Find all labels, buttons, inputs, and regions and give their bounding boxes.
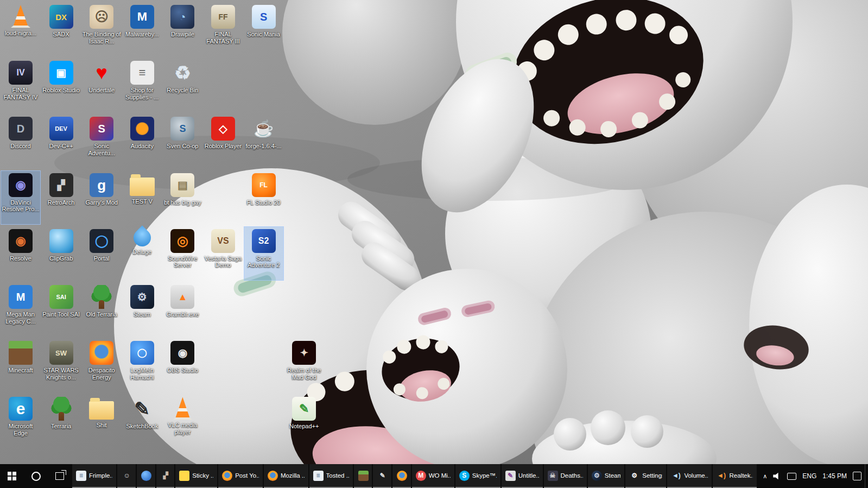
desktop-icon-portal[interactable]: ◯ Portal [81,226,122,281]
app-icon: ✎ [292,397,316,421]
taskbar-app-untitled-paint[interactable]: ✎ Untitle... [502,464,543,488]
desktop-icon-sonic-adventure-dx[interactable]: S Sonic Adventu... [81,114,122,168]
desktop-icon-clipgrab[interactable]: ClipGrab [41,226,81,281]
desktop-icon-mega-man-legacy[interactable]: M Mega Man Legacy C... [1,282,41,337]
desktop-icon-dev-cpp[interactable]: DEV Dev-C++ [41,114,81,168]
taskbar-apps: ≡ Frimple... ☺ ▞ Sticky ... Post Yo... M… [72,464,757,488]
app-icon [173,397,192,420]
desktop-icon-binding-of-isaac[interactable]: ☹ The Binding of Isaac R... [81,2,122,56]
desktop-icon-garrys-mod[interactable]: g Garry's Mod [81,170,122,225]
search-button[interactable] [24,464,48,488]
taskbar-app-settings[interactable]: ⚙ Settings [625,464,666,488]
desktop-icon-forge-164[interactable]: ☕ forge-1.6.4-... [244,114,284,168]
taskbar-app-pixel-dog-app[interactable]: ▞ [156,464,175,488]
app-icon: ▲ [170,285,194,309]
desktop-icon-sketchbook[interactable]: ✎ SketchBook [122,394,162,448]
icon-label: Despacito Energy [82,367,121,381]
desktop-icon-malwarebytes[interactable]: M Malwareby... [122,2,162,56]
taskbar-app-pencil-app[interactable]: ✎ [373,464,391,488]
desktop-icon-retroarch[interactable]: ▞ RetroArch [41,170,81,225]
icon-label: Deluge [132,249,151,256]
taskbar-app-volume-mixer[interactable]: ◄) Volume... [667,464,711,488]
desktop-icon-audacity[interactable]: Audacity [122,114,162,168]
taskbar-app-firefox-mozilla[interactable]: Mozilla ... [264,464,308,488]
desktop-icon-roblox-studio[interactable]: ▣ Roblox Studio [41,58,81,112]
desktop-icon-vlc-media-player[interactable]: VLC media player [162,394,202,448]
icon-label: Undertale [88,87,115,94]
action-center-button[interactable] [853,472,861,480]
desktop-icon-resolve[interactable]: ◉ Resolve [1,226,41,281]
taskbar-app-minecraft-task[interactable] [354,464,372,488]
desktop-icon-vlc-loud-nigra[interactable]: loud-nigra... [1,2,41,56]
desktop-icon-shit-folder[interactable]: Shit [81,394,122,448]
taskbar-app-firefox-post[interactable]: Post Yo... [218,464,263,488]
icon-label: Shop for Supplies - ... [123,87,162,100]
taskbar-app-icon: ≡ [76,471,86,481]
show-desktop-button[interactable] [865,464,868,488]
desktop-icon-roblox-player[interactable]: ◇ Roblox Player [203,114,243,168]
desktop-icon-logmein-hamachi[interactable]: ◯ LogMeIn Hamachi [122,338,162,392]
desktop-icon-final-fantasy-iii[interactable]: FF FINAL FANTASY III [203,2,243,56]
desktop-icon-gramblr[interactable]: ▲ Gramblr.exe [162,282,202,337]
taskbar-app-deaths[interactable]: ☠ Deaths... [544,464,587,488]
icon-label: Paint Tool SAI [42,311,80,318]
desktop-icon-minecraft[interactable]: Minecraft [1,338,41,392]
desktop-icon-bt-has-big-gay[interactable]: ▤ bt has big gay [162,170,202,225]
desktop-icon-old-terraria[interactable]: Old Terraria [81,282,122,337]
taskbar-app-label: Volume... [684,472,707,479]
desktop-icon-undertale[interactable]: ♥ Undertale [81,58,122,112]
network-tray-icon[interactable] [787,473,796,480]
taskbar-app-steam-task[interactable]: ⚙ Steam [588,464,624,488]
desktop-icon-star-wars-kotor[interactable]: SW STAR WARS Knights o... [41,338,81,392]
desktop-icon-fl-studio-20[interactable]: FL FL Studio 20 [244,170,284,225]
app-icon: ▣ [49,61,73,85]
app-icon: ◇ [211,117,235,141]
taskbar-app-icon: ◄) [671,471,681,481]
taskbar-app-blue-orb-app[interactable] [137,464,155,488]
app-icon: DX [49,5,73,29]
taskbar-app-pinned-sprite[interactable]: ☺ [117,464,136,488]
desktop-icon-realm-of-the-mad-god[interactable]: ✦ Realm of the Mad God [284,338,324,392]
desktop-icon-davinci-resolve-pro[interactable]: ◉ DaVinci Resolve Pro... [1,170,41,225]
desktop-icon-paint-tool-sai[interactable]: SAI Paint Tool SAI [41,282,81,337]
task-view-button[interactable] [48,464,72,488]
desktop-icon-sven-coop[interactable]: S Sven Co-op [162,114,202,168]
hidden-icons-chevron[interactable]: ∧ [763,473,767,480]
desktop-icon-drawpile[interactable]: ◔ Drawpile [162,2,202,56]
clock[interactable]: 1:45 PM [822,472,847,480]
action-center-icon [853,472,861,480]
desktop-icon-obs-studio[interactable]: ◉ OBS Studio [162,338,202,392]
desktop-icon-deluge[interactable]: Deluge [122,226,162,281]
taskbar-app-wo-mic[interactable]: M WO Mi... [412,464,454,488]
taskbar-app-firefox-3[interactable] [392,464,411,488]
icon-label: Gramblr.exe [166,311,199,318]
taskbar-app-realtek[interactable]: ◄) Realtek... [713,464,757,488]
taskbar-app-sticky-notes[interactable]: Sticky ... [175,464,217,488]
desktop-icon-discord[interactable]: D Discord [1,114,41,168]
app-icon: ◉ [170,341,194,365]
start-button[interactable] [0,464,24,488]
volume-tray-icon[interactable] [773,472,781,480]
desktop-icon-vestaria-saga-demo[interactable]: VS Vestaria Saga Demo [203,226,243,281]
taskbar-app-tosted[interactable]: ≡ Tosted ... [309,464,353,488]
language-indicator[interactable]: ENG [802,472,816,480]
desktop-icon-notepad-plus-plus[interactable]: ✎ Notepad++ [284,394,324,448]
desktop-icon-test-v-folder[interactable]: TEST V [122,170,162,225]
desktop-icon-soundwire-server[interactable]: ◎ SoundWire Server [162,226,202,281]
app-icon: ♥ [90,61,113,85]
desktop-icon-sonic-mania[interactable]: S Sonic Mania [244,2,284,56]
icon-label: Recycle Bin [167,87,198,94]
desktop-icon-sonic-adventure-2[interactable]: S2 Sonic Adventure 2 [244,226,284,281]
taskbar-app-skype[interactable]: S Skype™... [455,464,500,488]
desktop-icon-shop-for-supplies[interactable]: ≡ Shop for Supplies - ... [122,58,162,112]
desktop-icon-recycle-bin[interactable]: ♻ Recycle Bin [162,58,202,112]
desktop-icon-terraria[interactable]: Terraria [41,394,81,448]
desktop-icon-steam-desktop[interactable]: ⚙ Steam [122,282,162,337]
icon-label: Old Terraria [86,311,117,318]
taskbar-app-frimple[interactable]: ≡ Frimple... [72,464,116,488]
icon-label: Shit [97,422,107,429]
desktop-icon-despacito-energy[interactable]: Despacito Energy [81,338,122,392]
desktop-icon-microsoft-edge[interactable]: e Microsoft Edge [1,394,41,448]
desktop-icon-sadx[interactable]: DX SADX [41,2,81,56]
desktop-icon-final-fantasy-iv[interactable]: IV FINAL FANTASY IV [1,58,41,112]
